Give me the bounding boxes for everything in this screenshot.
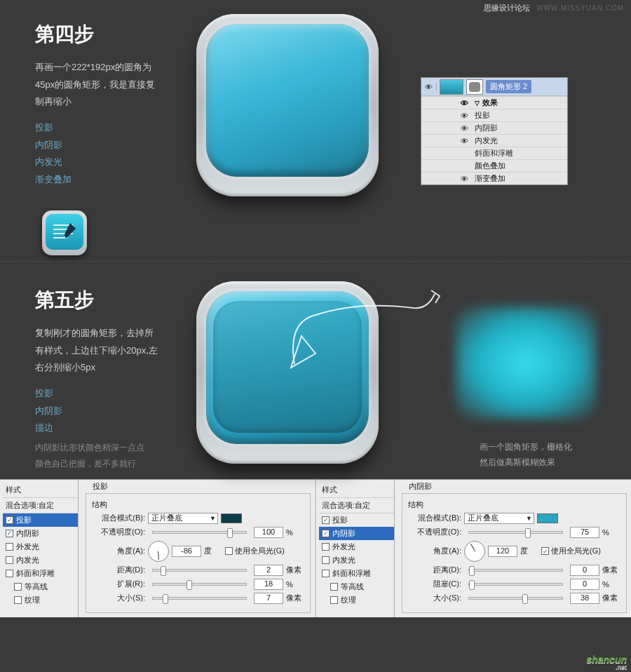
style-item[interactable]: 内阴影 — [319, 527, 394, 540]
unit-label: 度 — [520, 546, 538, 556]
layer-fx-row[interactable]: 颜色叠加 — [421, 159, 567, 172]
value-input[interactable]: 75 — [570, 527, 599, 538]
layer-fx-row[interactable]: 👁内发光 — [421, 134, 567, 147]
fx-item: 内阴影 — [35, 137, 161, 154]
step5-section: 第五步 复制刚才的圆角矩形，去掉所有样式，上边往下缩小20px,左右分别缩小5p… — [0, 267, 631, 479]
style-item[interactable]: 外发光 — [3, 540, 78, 553]
value-input[interactable]: 38 — [570, 593, 599, 604]
style-item[interactable]: 纹理 — [319, 593, 394, 607]
global-light-checkbox[interactable]: 使用全局光(G) — [541, 546, 601, 556]
angle-control[interactable] — [464, 541, 485, 562]
color-swatch[interactable] — [221, 513, 242, 523]
visibility-icon[interactable]: 👁 — [461, 175, 475, 183]
drop-shadow-dialog[interactable]: 样式 混合选项:自定 投影 内阴影 外发光 内发光 斜面和浮雕 等高线 纹理 投… — [0, 480, 316, 617]
slider[interactable] — [152, 569, 247, 572]
style-list-header: 样式 — [3, 483, 78, 498]
checkbox[interactable] — [322, 556, 330, 564]
slider[interactable] — [468, 531, 563, 534]
value-input[interactable]: 120 — [488, 546, 517, 557]
visibility-icon[interactable]: 👁 — [461, 99, 475, 107]
visibility-icon[interactable]: 👁 — [461, 112, 475, 120]
style-item[interactable]: 外发光 — [319, 540, 394, 553]
style-item[interactable]: 等高线 — [3, 580, 78, 593]
color-swatch[interactable] — [537, 513, 558, 523]
blend-mode-select[interactable]: 正片叠底▼ — [464, 513, 534, 524]
value-input[interactable]: 7 — [254, 593, 283, 604]
step5-note: 内阴影比形状颜色稍深一点点 颜色自己把握，差不多就行 — [35, 440, 161, 472]
checkbox[interactable] — [6, 516, 13, 524]
style-item-label: 内阴影 — [16, 528, 39, 539]
global-light-checkbox[interactable]: 使用全局光(G) — [225, 546, 285, 556]
layer-fx-row[interactable]: 👁内阴影 — [421, 121, 567, 134]
layer-row[interactable]: 👁 圆角矩形 2 — [421, 78, 567, 96]
checkbox[interactable] — [330, 583, 338, 591]
visibility-icon[interactable]: 👁 — [421, 83, 437, 91]
layers-panel[interactable]: 👁 圆角矩形 2 👁▽效果👁投影👁内阴影👁内发光斜面和浮雕颜色叠加👁渐变叠加 — [421, 77, 568, 185]
triangle-icon[interactable]: ▽ — [475, 100, 480, 107]
field-label: 大小(S): — [408, 593, 461, 603]
visibility-icon[interactable]: 👁 — [461, 137, 475, 145]
blend-options-label[interactable]: 混合选项:自定 — [319, 498, 394, 513]
style-item[interactable]: 投影 — [319, 513, 394, 527]
checkbox[interactable] — [322, 530, 330, 537]
unit-label: 像素 — [602, 593, 620, 603]
value-input[interactable]: 18 — [254, 579, 283, 590]
style-item-label: 外发光 — [332, 542, 355, 552]
slider[interactable] — [468, 569, 563, 572]
field-label: 距离(D): — [92, 565, 145, 575]
style-list[interactable]: 样式 混合选项:自定 投影 内阴影 外发光 内发光 斜面和浮雕 等高线 纹理 — [0, 480, 79, 617]
layer-fx-row[interactable]: 👁▽效果 — [421, 96, 567, 109]
slider[interactable] — [152, 597, 247, 600]
style-item[interactable]: 等高线 — [319, 580, 394, 593]
checkbox[interactable] — [6, 530, 13, 537]
fx-item: 渐变叠加 — [35, 171, 161, 189]
checkbox[interactable] — [330, 596, 338, 604]
step5-desc: 复制刚才的圆角矩形，去掉所有样式，上边往下缩小20px,左右分别缩小5px — [35, 325, 161, 377]
unit-label: 像素 — [286, 593, 304, 603]
style-item[interactable]: 内发光 — [319, 553, 394, 567]
checkbox[interactable] — [6, 570, 13, 577]
checkbox[interactable] — [322, 543, 330, 551]
style-item-label: 投影 — [16, 515, 32, 525]
value-input[interactable]: 0 — [570, 565, 599, 576]
slider[interactable] — [468, 597, 563, 600]
slider[interactable] — [152, 583, 247, 586]
style-item[interactable]: 斜面和浮雕 — [319, 567, 394, 580]
blend-options-label[interactable]: 混合选项:自定 — [3, 498, 78, 513]
style-item[interactable]: 纹理 — [3, 593, 78, 607]
style-item[interactable]: 投影 — [3, 513, 78, 527]
value-input[interactable]: -86 — [172, 546, 201, 557]
field-label: 混合模式(B): — [92, 513, 145, 523]
style-item-label: 内发光 — [16, 555, 39, 565]
style-item[interactable]: 内阴影 — [3, 527, 78, 540]
slider[interactable] — [152, 531, 247, 534]
field-label: 距离(D): — [408, 565, 461, 575]
checkbox[interactable] — [322, 570, 330, 577]
layer-fx-row[interactable]: 👁投影 — [421, 109, 567, 121]
angle-control[interactable] — [148, 541, 169, 562]
style-item-label: 投影 — [332, 515, 348, 525]
checkbox[interactable] — [322, 516, 330, 524]
field-row: 扩展(R): 18 % — [92, 579, 304, 590]
style-item[interactable]: 内发光 — [3, 553, 78, 567]
style-list[interactable]: 样式 混合选项:自定 投影 内阴影 外发光 内发光 斜面和浮雕 等高线 纹理 — [316, 480, 395, 617]
layer-fx-row[interactable]: 👁渐变叠加 — [421, 172, 567, 184]
layer-name-label[interactable]: 圆角矩形 2 — [486, 80, 531, 93]
inner-shadow-dialog[interactable]: 样式 混合选项:自定 投影 内阴影 外发光 内发光 斜面和浮雕 等高线 纹理 内… — [316, 480, 631, 617]
fx-item: 内阴影 — [35, 403, 161, 420]
value-input[interactable]: 0 — [570, 579, 599, 590]
style-item[interactable]: 斜面和浮雕 — [3, 567, 78, 580]
result-mini-icon — [42, 210, 87, 255]
checkbox[interactable] — [6, 543, 13, 551]
layer-fx-row[interactable]: 斜面和浮雕 — [421, 147, 567, 159]
checkbox[interactable] — [6, 556, 13, 564]
checkbox[interactable] — [14, 596, 22, 604]
value-input[interactable]: 100 — [254, 527, 283, 538]
blend-mode-select[interactable]: 正片叠底▼ — [148, 513, 218, 524]
slider[interactable] — [468, 583, 563, 586]
visibility-icon[interactable]: 👁 — [461, 124, 475, 133]
fx-item: 描边 — [35, 419, 161, 437]
value-input[interactable]: 2 — [254, 565, 283, 576]
checkbox[interactable] — [14, 583, 22, 591]
structure-panel: 投影 结构 混合模式(B): 正片叠底▼ 不透明度(O): 100 % 角度(A… — [79, 480, 315, 617]
